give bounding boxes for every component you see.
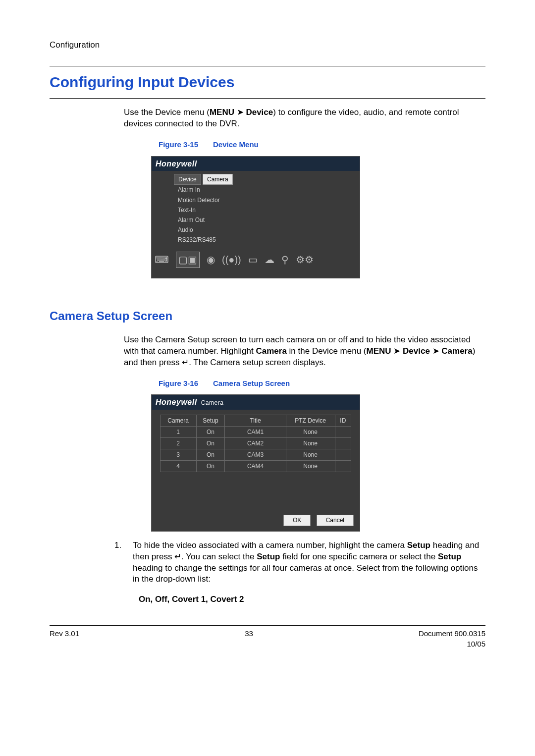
arrow-icon: ➤ bbox=[432, 346, 439, 356]
arrow-icon: ➤ bbox=[393, 346, 400, 356]
setup-word: Setup bbox=[438, 552, 461, 561]
table-row: 3OnCAM3None bbox=[160, 449, 351, 461]
cell: CAM1 bbox=[225, 426, 286, 437]
device-menu-screenshot: Honeywell Device Camera Alarm In Motion … bbox=[151, 156, 360, 279]
cancel-button: Cancel bbox=[317, 515, 354, 526]
footer-page: 33 bbox=[245, 629, 253, 649]
camera-table: Camera Setup Title PTZ Device ID 1OnCAM1… bbox=[160, 415, 351, 473]
event-icon: ((●)) bbox=[222, 253, 241, 267]
sep: , bbox=[151, 594, 155, 604]
opt-covert2: Covert 2 bbox=[211, 594, 244, 604]
camera-setup-screenshot: HoneywellCamera Camera Setup Title PTZ D… bbox=[151, 394, 360, 532]
col-title: Title bbox=[225, 415, 286, 426]
device-word: Device bbox=[403, 346, 430, 356]
toolbar: ⌨ ▢▣ ◉ ((●)) ▭ ☁ ⚲ ⚙⚙ bbox=[152, 248, 360, 278]
heading-1: Configuring Input Devices bbox=[50, 72, 485, 93]
cell bbox=[335, 449, 351, 461]
text: Use the Device menu ( bbox=[124, 108, 210, 117]
cell: On bbox=[196, 437, 225, 449]
ok-button: OK bbox=[283, 515, 311, 526]
enter-icon: ↵ bbox=[182, 358, 189, 367]
enter-icon: ↵ bbox=[174, 552, 181, 561]
cell: CAM3 bbox=[225, 449, 286, 461]
cell: CAM4 bbox=[225, 461, 286, 472]
menu-item-camera: Camera bbox=[203, 174, 233, 185]
figure-title: Camera Setup Screen bbox=[213, 379, 290, 387]
menu-item-rs232: RS232/RS485 bbox=[174, 235, 360, 245]
footer-rev: Rev 3.01 bbox=[50, 629, 79, 649]
cell: None bbox=[286, 461, 335, 472]
text: heading to change the settings for all f… bbox=[133, 563, 478, 584]
config-icon: ⚙⚙ bbox=[296, 253, 314, 267]
text: in the Device menu ( bbox=[287, 346, 367, 356]
menu-item-alarm-out: Alarm Out bbox=[174, 215, 360, 225]
table-row: 4OnCAM4None bbox=[160, 461, 351, 472]
menu-item-alarm-in: Alarm In bbox=[174, 185, 360, 195]
cell: None bbox=[286, 437, 335, 449]
opt-on: On bbox=[139, 594, 151, 604]
cell: CAM2 bbox=[225, 437, 286, 449]
cell: On bbox=[196, 426, 225, 437]
col-camera: Camera bbox=[160, 415, 196, 426]
brand-bar: HoneywellCamera bbox=[152, 395, 360, 410]
cell bbox=[335, 426, 351, 437]
cell: 1 bbox=[160, 426, 196, 437]
menu-word: MENU bbox=[210, 108, 234, 117]
text: To hide the video associated with a came… bbox=[133, 540, 407, 550]
footer: Rev 3.01 33 Document 900.0315 10/05 bbox=[50, 625, 485, 649]
text: . The Camera setup screen displays. bbox=[189, 358, 326, 367]
col-ptz: PTZ Device bbox=[286, 415, 335, 426]
camera-setup-paragraph: Use the Camera Setup screen to turn each… bbox=[124, 334, 485, 369]
cell bbox=[335, 461, 351, 472]
options-line: On, Off, Covert 1, Covert 2 bbox=[139, 594, 485, 605]
intro-paragraph: Use the Device menu (MENU ➤ Device) to c… bbox=[124, 107, 485, 130]
text: field for one specific camera or select … bbox=[280, 552, 438, 561]
menu-header: Device bbox=[174, 174, 201, 185]
opt-covert1: Covert 1 bbox=[172, 594, 206, 604]
cell bbox=[335, 437, 351, 449]
camera-word: Camera bbox=[441, 346, 472, 356]
button-row: OK Cancel bbox=[152, 512, 360, 531]
table-header-row: Camera Setup Title PTZ Device ID bbox=[160, 415, 351, 426]
col-setup: Setup bbox=[196, 415, 225, 426]
menu-item-motion-detector: Motion Detector bbox=[174, 195, 360, 205]
sep: , bbox=[206, 594, 210, 604]
figure-label: Figure 3-16 bbox=[159, 379, 198, 387]
menu-item-audio: Audio bbox=[174, 225, 360, 235]
cell: None bbox=[286, 449, 335, 461]
cell: On bbox=[196, 449, 225, 461]
table-row: 1OnCAM1None bbox=[160, 426, 351, 437]
record-icon: ◉ bbox=[207, 253, 215, 267]
cell: On bbox=[196, 461, 225, 472]
menu-item-text-in: Text-In bbox=[174, 205, 360, 215]
setup-word: Setup bbox=[257, 552, 280, 561]
instruction-list: To hide the video associated with a came… bbox=[109, 540, 485, 586]
cell: None bbox=[286, 426, 335, 437]
brand-bar: Honeywell bbox=[152, 157, 360, 171]
screen-subtitle: Camera bbox=[201, 399, 224, 406]
opt-off: Off bbox=[155, 594, 167, 604]
rule-top bbox=[50, 66, 485, 66]
device-word: Device bbox=[246, 108, 273, 117]
footer-doc: Document 900.0315 bbox=[419, 629, 485, 639]
running-header: Configuration bbox=[50, 40, 485, 51]
heading-2: Camera Setup Screen bbox=[50, 308, 485, 324]
text: . You can select the bbox=[181, 552, 257, 561]
device-menu: Device Camera Alarm In Motion Detector T… bbox=[152, 171, 360, 248]
setup-word: Setup bbox=[407, 540, 430, 550]
col-id: ID bbox=[335, 415, 351, 426]
device-icon: ▢▣ bbox=[176, 252, 200, 268]
rule-under-h1 bbox=[50, 98, 485, 99]
network-icon: ☁ bbox=[265, 253, 274, 267]
cell: 3 bbox=[160, 449, 196, 461]
sep: , bbox=[167, 594, 172, 604]
arrow-icon: ➤ bbox=[237, 108, 244, 117]
cell: 4 bbox=[160, 461, 196, 472]
figure-caption-2: Figure 3-16Camera Setup Screen bbox=[159, 378, 485, 388]
list-item: To hide the video associated with a came… bbox=[124, 540, 485, 586]
footer-date: 10/05 bbox=[419, 639, 485, 649]
display-icon: ▭ bbox=[248, 253, 258, 267]
system-icon: ⌨ bbox=[155, 253, 169, 267]
figure-title: Device Menu bbox=[213, 140, 259, 149]
brand-text: Honeywell bbox=[156, 398, 197, 406]
